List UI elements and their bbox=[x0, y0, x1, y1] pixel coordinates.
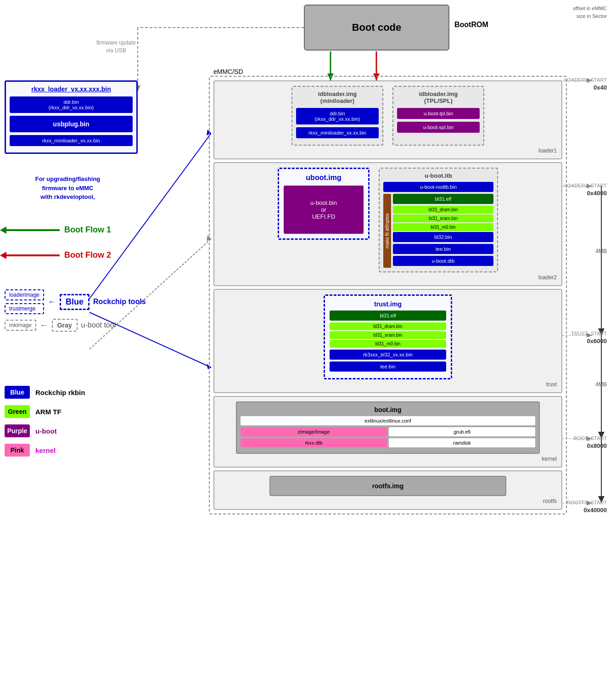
loader1-section: idbloader.img(miniloader) ddr.bin(rkxx_d… bbox=[213, 80, 562, 159]
size-4mb-2: 4MB bbox=[595, 381, 607, 388]
extlinux-conf: extlinux/extlinux.conf bbox=[241, 416, 535, 425]
bl31-dram: bl31_dram.bin bbox=[393, 206, 493, 214]
ramdisk: ramdisk bbox=[389, 438, 535, 447]
bl31-elf: bl31.elf bbox=[393, 194, 493, 204]
offset-header-line1: offset in eMMC bbox=[573, 5, 607, 12]
rootfs-label: rootfs bbox=[219, 498, 557, 504]
atf-label: make fit atf/optee bbox=[383, 194, 391, 268]
legend-pink-label: Pink bbox=[11, 446, 24, 454]
loader1-start-label: LOADER1_START bbox=[564, 77, 607, 83]
uitb-title: u-boot.itb bbox=[383, 172, 493, 179]
uboot-img-title: uboot.img bbox=[284, 174, 364, 182]
trust-img-box: trust.img bl31.elf bl31_dram.bin bl31_sr… bbox=[324, 294, 452, 379]
boot-start-label: BOOT_START bbox=[574, 435, 607, 441]
boot-row-2: rkxx.dtb ramdisk bbox=[241, 438, 535, 447]
uitb-box: u-boot.itb u-boot-nodtb.bin make fit atf… bbox=[379, 168, 498, 272]
trust-img-title: trust.img bbox=[330, 300, 446, 308]
rootfs-section: rootfs.img rootfs bbox=[213, 470, 562, 510]
idbloader-tpl-title: idbloader.img(TPL/SPL) bbox=[397, 90, 480, 104]
trust-rk3xxx: rk3xxx_bl32_vx.xx.bin bbox=[330, 350, 446, 360]
boot-kernel-label: kernel bbox=[219, 456, 557, 462]
offset3-value: 0x6000 bbox=[587, 338, 607, 344]
spl-bin: u-boot-spl.bin bbox=[397, 122, 480, 133]
tools-box: loaderimage trustmerge ← Blue Rockchip t… bbox=[5, 289, 179, 332]
tpl-bin: u-boot-tpl.bin bbox=[397, 108, 480, 119]
legend-green-box: Green bbox=[5, 405, 30, 418]
loaderimage-item: loaderimage bbox=[5, 289, 44, 300]
boot-flow-2-label: Boot Flow 2 bbox=[64, 250, 111, 260]
legend-green: Green ARM TF bbox=[5, 405, 179, 418]
legend-purple: Purple u-boot bbox=[5, 424, 179, 437]
legend-blue-box: Blue bbox=[5, 386, 30, 399]
loader-bin-title: rkxx_loader_vx.xx.xxx.bin bbox=[10, 85, 133, 93]
mkimage-item: mkimage bbox=[5, 320, 36, 331]
bl31-sram: bl31_sram.bin bbox=[393, 215, 493, 222]
trust-inner: trust.img bl31.elf bl31_dram.bin bl31_sr… bbox=[219, 294, 557, 379]
uboot-content: u-boot.binorUEFI.FD bbox=[284, 186, 364, 234]
idbloader-miniloader: idbloader.img(miniloader) ddr.bin(rkxx_d… bbox=[291, 86, 383, 146]
atf-right: bl31.elf bl31_dram.bin bl31_sram.bin bl3… bbox=[393, 194, 493, 268]
main-diagram: Boot code BootROM offset in eMMC size in… bbox=[0, 0, 616, 689]
bl32-bin: bl32.bin bbox=[393, 232, 493, 242]
upgrading-line2: firmware to eMMC bbox=[7, 184, 129, 193]
ddr-bin-box: ddr.bin(rkxx_ddr_vx.xx.bin) bbox=[10, 96, 133, 113]
svg-line-35 bbox=[90, 133, 211, 299]
miniloader-bin-box: rkxx_miniloader_vx.xx.bin bbox=[10, 135, 133, 146]
loader2-inner: uboot.img u-boot.binorUEFI.FD u-boot.itb… bbox=[219, 168, 557, 272]
trust-bl31-elf: bl31.elf bbox=[330, 311, 446, 321]
loader2-start-label: LOADER2_START bbox=[564, 183, 607, 188]
idbloader-miniloader-title: idbloader.img(miniloader) bbox=[296, 90, 379, 104]
loader-bin-box: rkxx_loader_vx.xx.xxx.bin ddr.bin(rkxx_d… bbox=[5, 80, 138, 154]
blue-label: Blue bbox=[60, 294, 90, 310]
loader2-section: uboot.img u-boot.binorUEFI.FD u-boot.itb… bbox=[213, 162, 562, 286]
bootrom-label: Boot code bbox=[352, 22, 402, 34]
zimage: zImage/Image bbox=[241, 427, 387, 436]
u-boot-nodtb: u-boot-nodtb.bin bbox=[383, 182, 493, 192]
firmware-update-label: firmware update via USB bbox=[96, 39, 136, 55]
atf-container: make fit atf/optee bl31.elf bl31_dram.bi… bbox=[383, 194, 493, 268]
uboot-tool-label: u-boot tool bbox=[81, 321, 116, 329]
bootrom-box: Boot code bbox=[304, 5, 449, 51]
offset-header-line2: size in Sector bbox=[573, 12, 607, 20]
bootrom-side-label: BootROM bbox=[454, 21, 488, 29]
loader1-inner: idbloader.img(miniloader) ddr.bin(rkxx_d… bbox=[219, 86, 557, 146]
trust-bl31-dram: bl31_dram.bin bbox=[330, 322, 446, 330]
offset1-value: 0x40 bbox=[594, 84, 607, 91]
rootfs-start-label: ROOTFS_START bbox=[567, 500, 607, 505]
gray-tools-row: mkimage ← Gray u-boot tool bbox=[5, 319, 179, 332]
legend-blue-label: Blue bbox=[10, 389, 24, 396]
gray-label: Gray bbox=[52, 319, 78, 332]
rkxx-dtb: rkxx.dtb bbox=[241, 438, 387, 447]
u-boot-dtb: u-boot.dtb bbox=[393, 256, 493, 266]
offset-header: offset in eMMC size in Sector bbox=[573, 5, 607, 20]
upgrading-line3: with rkdeveloptool, bbox=[7, 192, 129, 202]
legend-pink-box: Pink bbox=[5, 444, 30, 457]
rootfs-img-title: rootfs.img bbox=[276, 482, 499, 490]
trust-label: trust bbox=[219, 381, 557, 388]
upgrading-label: For upgrading/flashing firmware to eMMC … bbox=[7, 175, 129, 202]
legend-blue-text: Rockchip rkbin bbox=[35, 389, 85, 396]
boot-flow-2-arrow bbox=[5, 254, 60, 256]
tee-bin-itb: tee.bin bbox=[393, 244, 493, 254]
offset2-value: 0x4000 bbox=[587, 190, 607, 197]
legend-area: Blue Rockchip rkbin Green ARM TF Purple … bbox=[5, 386, 179, 463]
boot-img-title: boot.img bbox=[241, 406, 535, 413]
uboot-img-box: uboot.img u-boot.binorUEFI.FD bbox=[278, 168, 370, 240]
boot-flow-1-legend: Boot Flow 1 bbox=[5, 225, 111, 235]
rockchip-tools-label: Rockchip tools bbox=[93, 298, 146, 306]
gray-arrow: ← bbox=[40, 321, 48, 330]
bl31-m0: bl31_m0.bin bbox=[393, 223, 493, 231]
usbplug-bin-box: usbplug.bin bbox=[10, 116, 133, 132]
tools-inner: loaderimage trustmerge ← Blue Rockchip t… bbox=[5, 289, 179, 314]
trust-start-label: TRUST_START bbox=[571, 331, 607, 336]
legend-green-text: ARM TF bbox=[35, 408, 62, 416]
rootfs-img-box: rootfs.img bbox=[269, 476, 506, 496]
trust-bl31-sram: bl31_sram.bin bbox=[330, 331, 446, 339]
boot-flow-2-legend: Boot Flow 2 bbox=[5, 250, 111, 260]
tools-arrow: ← bbox=[48, 297, 56, 307]
firmware-line2: via USB bbox=[96, 47, 136, 55]
miniloader-rkxx: rkxx_miniloader_vx.xx.bin bbox=[296, 127, 379, 138]
trustmerge-item: trustmerge bbox=[5, 303, 44, 314]
boot-flow-1-label: Boot Flow 1 bbox=[64, 225, 111, 235]
tools-items-col: loaderimage trustmerge bbox=[5, 289, 44, 314]
